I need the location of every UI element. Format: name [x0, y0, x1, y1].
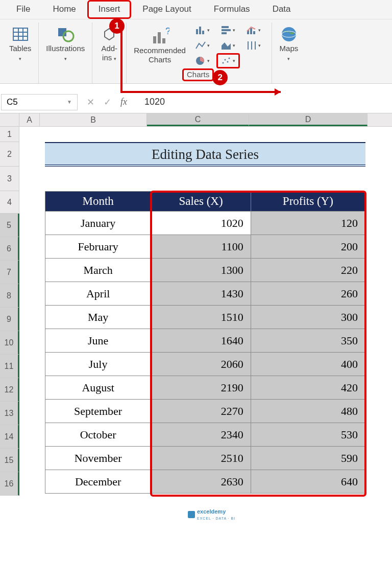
stock-chart-button[interactable]: ▾ [242, 38, 265, 53]
cell-profits[interactable]: 260 [251, 282, 365, 305]
cancel-icon[interactable]: ✕ [87, 97, 94, 108]
col-header-d[interactable]: D [249, 113, 368, 126]
cell-month[interactable]: June [45, 329, 151, 352]
row-header-2[interactable]: 2 [0, 142, 19, 167]
cell-month[interactable]: September [45, 399, 151, 423]
combo-chart-icon [246, 25, 257, 35]
row-header-8[interactable]: 8 [0, 284, 19, 308]
bar-chart-button[interactable]: ▾ [216, 22, 240, 38]
col-header-b[interactable]: B [40, 113, 147, 126]
chevron-down-icon: ▾ [287, 56, 290, 61]
row-header-13[interactable]: 13 [0, 402, 19, 425]
cell-profits[interactable]: 300 [251, 305, 365, 329]
maps-label: Maps [280, 44, 299, 53]
row-header-4[interactable]: 4 [0, 191, 19, 214]
tab-formulas[interactable]: Formulas [203, 0, 261, 19]
cell-sales[interactable]: 2060 [151, 352, 251, 376]
cell-profits[interactable]: 220 [251, 258, 365, 282]
cell-sales[interactable]: 1430 [151, 282, 251, 305]
header-sales[interactable]: Sales (X) [151, 192, 251, 211]
cell-sales[interactable]: 1640 [151, 329, 251, 352]
globe-icon [279, 25, 299, 44]
cell-sales[interactable]: 2510 [151, 446, 251, 470]
cell-profits[interactable]: 420 [251, 376, 365, 399]
tab-data[interactable]: Data [261, 0, 302, 19]
combo-chart-button[interactable]: ▾ [242, 22, 265, 38]
svg-rect-19 [253, 31, 255, 34]
cell-month[interactable]: December [45, 470, 151, 493]
select-all-corner[interactable] [0, 113, 19, 126]
row-header-15[interactable]: 15 [0, 449, 19, 472]
cell-month[interactable]: October [45, 423, 151, 446]
header-month[interactable]: Month [45, 192, 151, 211]
illustrations-button[interactable]: Illustrations▾ [43, 22, 88, 64]
cell-sales[interactable]: 2340 [151, 423, 251, 446]
cell-profits[interactable]: 480 [251, 399, 365, 423]
row-headers: 12345678910111213141516 [0, 127, 19, 525]
tab-file[interactable]: File [5, 0, 41, 19]
ribbon-group-illustrations: Illustrations▾ [39, 22, 92, 83]
formula-input[interactable]: 1020 [136, 97, 392, 107]
cell-month[interactable]: April [45, 282, 151, 305]
pie-chart-icon [195, 56, 206, 66]
enter-icon[interactable]: ✓ [104, 97, 111, 108]
spreadsheet-grid: A B C D 12345678910111213141516 Editing … [0, 113, 392, 525]
cell-month[interactable]: May [45, 305, 151, 329]
cell-month[interactable]: February [45, 235, 151, 258]
cell-month[interactable]: July [45, 352, 151, 376]
fx-icon[interactable]: fx [120, 97, 127, 107]
row-header-16[interactable]: 16 [0, 472, 19, 496]
row-header-3[interactable]: 3 [0, 167, 19, 191]
cell-sales[interactable]: 2630 [151, 470, 251, 493]
svg-rect-13 [202, 31, 204, 34]
tab-home[interactable]: Home [41, 0, 87, 19]
recommended-charts-icon: ? [150, 27, 169, 46]
tables-button[interactable]: Tables▾ [6, 22, 34, 64]
column-chart-button[interactable]: ▾ [191, 22, 214, 38]
cell-sales[interactable]: 2270 [151, 399, 251, 423]
row-header-11[interactable]: 11 [0, 355, 19, 378]
tab-insert[interactable]: Insert [87, 0, 132, 19]
area-chart-button[interactable]: ▾ [216, 38, 240, 53]
cell-profits[interactable]: 350 [251, 329, 365, 352]
row-header-5[interactable]: 5 [0, 214, 19, 237]
row-header-1[interactable]: 1 [0, 127, 19, 142]
row-header-10[interactable]: 10 [0, 331, 19, 355]
column-chart-icon [195, 25, 206, 35]
cell-profits[interactable]: 120 [251, 211, 365, 235]
recommended-charts-button[interactable]: ? Recommended Charts [131, 25, 189, 66]
table-row: March1300220 [45, 258, 365, 282]
row-header-9[interactable]: 9 [0, 308, 19, 331]
tab-page-layout[interactable]: Page Layout [131, 0, 202, 19]
col-header-a[interactable]: A [19, 113, 40, 126]
scatter-chart-button[interactable]: ▾ [216, 53, 240, 68]
cell-sales[interactable]: 1510 [151, 305, 251, 329]
svg-rect-9 [162, 38, 165, 43]
row-header-6[interactable]: 6 [0, 237, 19, 261]
maps-button[interactable]: Maps▾ [276, 22, 302, 64]
col-header-c[interactable]: C [147, 113, 249, 126]
cell-month[interactable]: November [45, 446, 151, 470]
cell-profits[interactable]: 530 [251, 423, 365, 446]
cell-month[interactable]: August [45, 376, 151, 399]
cell-month[interactable]: January [45, 211, 151, 235]
cell-sales[interactable]: 1020 [151, 211, 251, 235]
pie-chart-button[interactable]: ▾ [191, 53, 214, 68]
cell-profits[interactable]: 400 [251, 352, 365, 376]
row-header-12[interactable]: 12 [0, 378, 19, 402]
name-box[interactable]: C5 ▼ [1, 94, 78, 110]
row-header-14[interactable]: 14 [0, 425, 19, 449]
header-profits[interactable]: Profits (Y) [251, 192, 365, 211]
row-header-7[interactable]: 7 [0, 261, 19, 284]
cell-profits[interactable]: 640 [251, 470, 365, 493]
cell-sales[interactable]: 1100 [151, 235, 251, 258]
cell-sales[interactable]: 2190 [151, 376, 251, 399]
sheet-title[interactable]: Editing Data Series [45, 142, 365, 167]
table-row: September2270480 [45, 399, 365, 423]
line-chart-button[interactable]: ▾ [191, 38, 214, 53]
table-row: June1640350 [45, 329, 365, 352]
cell-profits[interactable]: 590 [251, 446, 365, 470]
cell-profits[interactable]: 200 [251, 235, 365, 258]
cell-month[interactable]: March [45, 258, 151, 282]
cell-sales[interactable]: 1300 [151, 258, 251, 282]
